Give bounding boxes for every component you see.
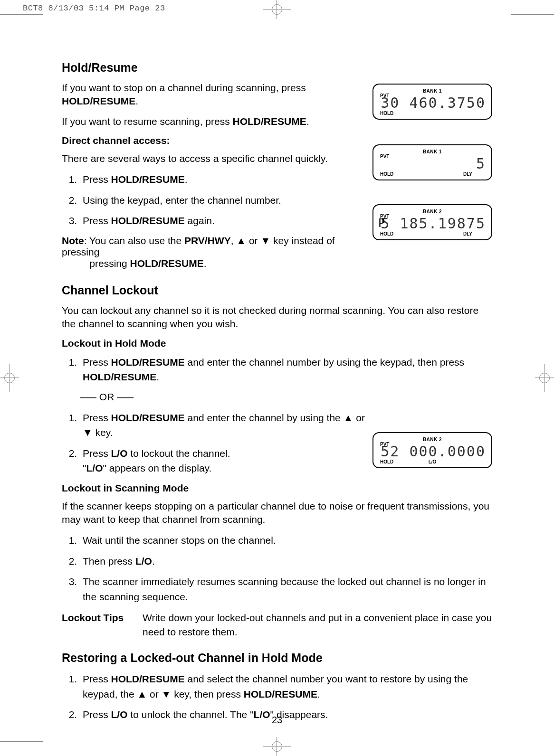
crop-mark [0,741,43,742]
lockout-tips: Lockout Tips Write down your locked-out … [62,611,492,639]
text: : You can also use the [84,235,184,246]
lcd-hold-label: HOLD [380,459,393,464]
note-label: Note [62,235,84,246]
lcd-bank-label: BANK 2 [378,437,487,442]
text: . [306,116,309,127]
lcd-dly-label: DLY [463,231,472,236]
text: . [156,371,159,382]
lcd-pvt-label: PVT [380,154,389,159]
lcd-p-indicator: P [378,217,385,230]
section-title-channel-lockout: Channel Lockout [62,284,492,297]
print-header: BCT8 8/13/03 5:14 PM Page 23 [23,4,165,13]
list-item: Press L/O to lockout the channel."L/O" a… [80,446,365,476]
registration-mark-top [263,0,291,19]
key-name: L/O [111,709,128,720]
lcd-bank-label: BANK 1 [378,88,487,94]
paragraph: There are several ways to access a speci… [62,152,347,165]
subheading-lockout-hold: Lockout in Hold Mode [62,338,492,349]
key-name: HOLD/RESUME [244,689,317,699]
lcd-digits: 5 185.19875 [378,215,486,232]
text: Press [83,174,111,185]
crop-mark [0,14,43,15]
text: . [152,556,155,567]
text: Press [83,357,111,368]
text: . [317,689,320,699]
ordered-list: Press HOLD/RESUME and enter the channel … [62,355,492,385]
list-item: Then press L/O. [80,554,492,569]
text: Press [83,709,111,720]
list-item: Press HOLD/RESUME and select the channel… [80,671,492,701]
lcd-display-2: BANK 1 PVT 5 HOLD DLY [373,144,492,180]
key-name: HOLD/RESUME [233,116,306,127]
key-name: L/O [111,448,128,459]
section-title-restoring: Restoring a Locked-out Channel in Hold M… [62,651,492,665]
text: again. [185,215,215,226]
page-content: BANK 1 PVT 30 460.3750 HOLD BANK 1 PVT 5… [62,61,492,729]
crop-mark [511,14,554,15]
paragraph: If the scanner keeps stopping on a parti… [62,500,492,527]
key-name: HOLD/RESUME [111,673,185,684]
key-name: HOLD/RESUME [62,95,135,106]
list-item: Press HOLD/RESUME again. [80,213,347,228]
key-name: L/O [135,556,152,567]
tips-text: Write down your locked-out channels and … [143,611,492,639]
key-name: L/O [254,709,270,720]
key-name: HOLD/RESUME [111,357,185,368]
key-name: HOLD/RESUME [130,258,204,269]
paragraph: If you want to stop on a channel during … [62,81,347,108]
list-item: Wait until the scanner stops on the chan… [80,533,492,548]
subheading-lockout-scan: Lockout in Scanning Mode [62,482,492,494]
text: If you want to resume scanning, press [62,116,233,127]
text: Press [83,215,111,226]
ordered-list: Wait until the scanner stops on the chan… [62,533,492,604]
key-name: HOLD/RESUME [111,215,185,226]
lcd-digits: 52 000.0000 [378,443,486,460]
crop-mark [511,0,511,14]
key-name: L/O [86,463,103,473]
text: " appears on the display. [103,463,211,473]
text: to unlock the channel. The " [128,709,254,720]
text: to lockout the channel. [128,448,230,459]
text: and enter the channel number by using th… [185,357,464,368]
key-name: HOLD/RESUME [83,371,156,382]
tips-label: Lockout Tips [62,611,143,639]
lcd-hold-label: HOLD [380,111,393,116]
key-name: HOLD/RESUME [111,412,185,423]
page-number: 23 [272,715,282,726]
text: If you want to stop on a channel during … [62,82,306,93]
key-name: PRV/HWY [184,235,231,246]
text: . [204,258,207,269]
subheading-direct-access: Direct channel access: [62,135,347,146]
key-name: HOLD/RESUME [111,174,185,185]
text: Press [83,412,111,423]
list-item: Press HOLD/RESUME and enter the channel … [80,410,365,440]
registration-mark-left [0,364,19,392]
list-item: The scanner immediately resumes scanning… [80,574,492,604]
lcd-display-4: BANK 2 PVT 52 000.0000 HOLD L/O [373,432,492,468]
list-item: Using the keypad, enter the channel numb… [80,193,347,208]
registration-mark-bottom [263,737,291,756]
note: Note: You can also use the PRV/HWY, ▲ or… [62,235,347,269]
lcd-display-1: BANK 1 PVT 30 460.3750 HOLD [373,84,492,120]
text: Press [83,673,111,684]
or-separator: ––– OR ––– [80,391,492,403]
lcd-bank-label: BANK 1 [378,149,487,154]
lcd-dly-label: DLY [463,171,472,177]
paragraph: You can lockout any channel so it is not… [62,304,492,331]
list-item: Press HOLD/RESUME. [80,172,347,187]
lcd-pvt-label: PVT [380,93,389,98]
lcd-hold-label: HOLD [380,231,393,236]
text: Then press [83,556,135,567]
lcd-hold-label: HOLD [380,171,393,177]
section-title-hold-resume: Hold/Resume [62,61,492,75]
ordered-list: Press HOLD/RESUME and enter the channel … [62,410,365,476]
list-item: Press L/O to unlock the channel. The "L/… [80,707,492,722]
text: . [135,95,138,106]
lcd-digits: 30 460.3750 [378,94,486,111]
lcd-display-3: BANK 2 PVT P 5 185.19875 HOLD DLY [373,204,492,240]
registration-mark-right [535,364,554,392]
list-item: Press HOLD/RESUME and enter the channel … [80,355,492,385]
ordered-list: Press HOLD/RESUME. Using the keypad, ent… [62,172,347,228]
text: . [185,174,188,185]
lcd-bank-label: BANK 2 [378,209,487,214]
